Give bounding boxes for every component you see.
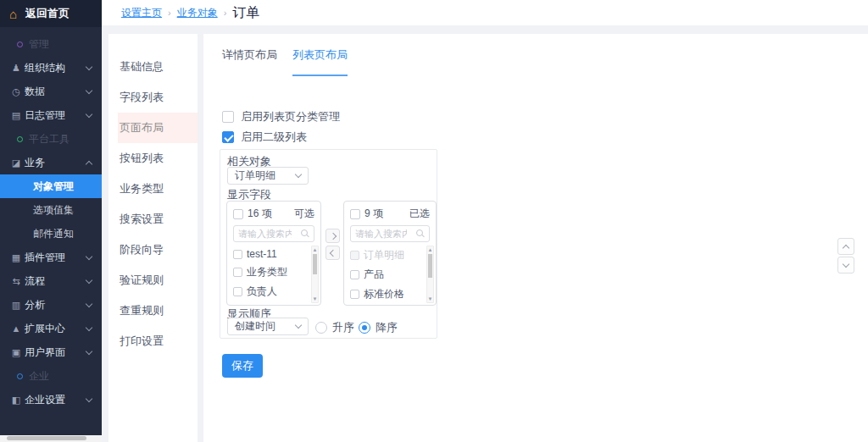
settings-nav: 基础信息 字段列表 页面布局 按钮列表 业务类型 搜索设置 阶段向导 验证规则 … [108,34,198,442]
sidebar-item-log-management[interactable]: ▤ 日志管理 [0,103,102,127]
sidebar-item-workflow[interactable]: ⇆ 流程 [0,269,102,293]
chevron-down-icon [86,252,92,259]
nav-item-search-settings[interactable]: 搜索设置 [108,204,198,235]
nav-item-stage-wizard[interactable]: 阶段向导 [108,235,198,265]
sidebar-item-user-interface[interactable]: ▣ 用户界面 [0,340,102,364]
enable-sublist-checkbox[interactable] [222,131,234,143]
tab-list-page-layout[interactable]: 列表页布局 [292,47,348,76]
sidebar-item-plugin-management[interactable]: ▦ 插件管理 [0,246,102,269]
horizontal-scrollbar[interactable] [0,435,102,442]
search-icon [416,229,423,236]
list-item[interactable]: 业务类型 [227,262,320,282]
item-checkbox[interactable] [350,270,359,279]
select-all-selected-checkbox[interactable] [350,209,360,219]
list-item-disabled: 订单明细 [344,246,436,265]
related-object-select[interactable]: 订单明细 [227,167,309,185]
breadcrumb-settings-home[interactable]: 设置主页 [121,6,162,20]
nav-item-validation-rules[interactable]: 验证规则 [108,265,198,296]
sidebar-item-business[interactable]: ◪ 业务 [0,151,102,174]
available-list-scrollbar[interactable]: ▲ ▼ [311,246,319,303]
scrollbar-thumb[interactable] [313,254,317,274]
flow-icon: ⇆ [11,277,21,286]
nav-item-print-settings[interactable]: 打印设置 [108,326,198,356]
list-item[interactable]: 负责人 [227,282,320,301]
bar-chart-icon: ▥ [11,301,21,310]
scroll-down-icon[interactable]: ▼ [427,296,433,302]
enable-sublist-row: 启用二级列表 [222,130,307,145]
item-checkbox[interactable] [233,268,242,277]
chevron-left-icon [329,249,336,256]
nav-item-button-list[interactable]: 按钮列表 [108,143,198,174]
scrollbar-thumb[interactable] [7,436,86,440]
chevron-down-icon [86,347,92,354]
sidebar-item-option-sets[interactable]: 选项值集 [0,198,102,222]
chevron-down-icon [86,300,92,307]
available-search-input[interactable] [234,229,292,239]
topbar: 设置主页 › 业务对象 › 订单 [102,0,868,25]
sidebar-item-platform-tools[interactable]: 平台工具 [0,127,102,151]
select-all-available-checkbox[interactable] [233,209,243,219]
home-icon: ⌂ [9,8,17,20]
display-order-select[interactable]: 创建时间 [227,318,309,335]
selected-fields-header: 9 项 已选 [344,202,436,221]
sidebar-home[interactable]: ⌂ 返回首页 [0,0,102,27]
available-count: 16 项 [248,207,272,221]
search-icon [301,229,308,236]
breadcrumb-separator: › [224,8,227,18]
save-button[interactable]: 保存 [222,354,263,378]
available-fields-list: test-11 业务类型 负责人 ▲ ▼ [227,246,320,305]
sidebar-item-org-structure[interactable]: ♟ 组织结构 [0,56,102,80]
scroll-down-icon[interactable]: ▼ [312,296,318,302]
building-icon: ◧ [11,395,21,405]
ring-green-icon [14,135,25,144]
window-icon: ▣ [11,348,21,357]
sidebar-item-enterprise[interactable]: 企业 [0,364,102,388]
sort-desc-option[interactable]: 降序 [359,320,398,335]
item-checkbox[interactable] [233,250,242,259]
sidebar-item-admin[interactable]: 管理 [0,32,102,56]
scroll-up-icon[interactable]: ▲ [313,247,318,252]
selected-list-scrollbar[interactable]: ▲ ▼ [426,246,434,303]
list-item[interactable]: 产品 [344,265,436,285]
enable-category-checkbox[interactable] [222,111,234,123]
extension-icon: ▲ [11,324,21,334]
sidebar-item-enterprise-settings[interactable]: ◧ 企业设置 [0,388,102,412]
move-down-button[interactable] [837,257,854,273]
asc-radio[interactable] [315,322,327,334]
nav-item-dedupe-rules[interactable]: 查重规则 [108,296,198,326]
enable-category-row: 启用列表页分类管理 [222,109,340,124]
move-right-button[interactable] [326,229,340,243]
sidebar-item-analysis[interactable]: ▥ 分析 [0,293,102,317]
desc-radio[interactable] [359,322,370,334]
sort-asc-option[interactable]: 升序 [315,320,354,335]
list-item[interactable]: test-11 [227,246,320,262]
log-list-icon: ▤ [11,111,21,120]
sidebar-item-data[interactable]: ◷ 数据 [0,80,102,103]
available-status: 可选 [294,207,314,221]
available-search-box [233,225,314,242]
breadcrumb-business-object[interactable]: 业务对象 [177,6,218,20]
nav-item-page-layout[interactable]: 页面布局 [118,113,198,143]
sidebar-item-object-management[interactable]: 对象管理 [0,174,102,198]
move-up-button[interactable] [837,238,854,255]
nav-item-basic-info[interactable]: 基础信息 [108,52,198,82]
move-left-button[interactable] [326,246,340,260]
item-checkbox[interactable] [233,287,242,296]
item-checkbox[interactable] [350,290,359,299]
breadcrumb-separator: › [168,8,171,18]
selected-fields-panel: 9 项 已选 订单明细 产品 [343,201,437,306]
tab-detail-page-layout[interactable]: 详情页布局 [222,47,277,76]
nav-item-field-list[interactable]: 字段列表 [108,82,198,113]
sidebar-item-extension-center[interactable]: ▲ 扩展中心 [0,317,102,340]
sublist-config-box: 相关对象 订单明细 显示字段 16 项 可选 [220,149,437,339]
sidebar-item-mail-notification[interactable]: 邮件通知 [0,222,102,246]
scrollbar-thumb[interactable] [428,254,432,278]
list-item[interactable]: 标准价格 [344,285,436,304]
clock-icon: ◷ [11,87,21,97]
available-fields-panel: 16 项 可选 test-11 业务类型 [226,201,321,306]
scroll-up-icon[interactable]: ▲ [428,247,433,252]
chevron-down-icon [86,86,92,93]
nav-item-business-type[interactable]: 业务类型 [108,174,198,204]
selected-search-input[interactable] [351,229,407,239]
item-checkbox-disabled [350,251,359,260]
